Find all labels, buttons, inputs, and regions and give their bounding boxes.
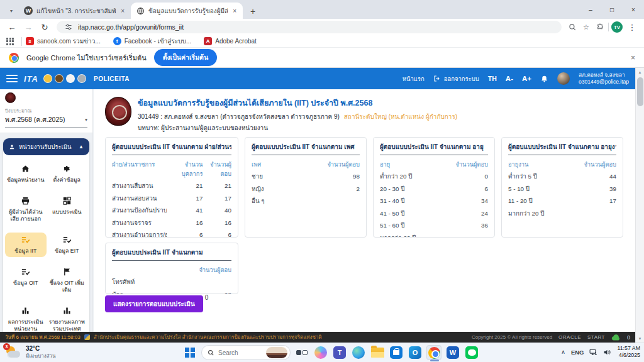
column-header: ฝ่าย/ส่วนราชการ <box>112 160 167 178</box>
station-level-badge: สถานีระดับใหญ่ (หน.ตำแหน่ง ผู้กำกับการ) <box>344 113 457 120</box>
sidebar-section-agency[interactable]: หน่วยงานรับประเมิน ▲ <box>3 138 89 155</box>
new-tab-button[interactable]: + <box>245 4 260 19</box>
sidebar-item-eit-data[interactable]: ข้อมูล EIT <box>47 233 88 257</box>
table-card-channel: ผู้ตอบแบบประเมิน IIT จำแนกตาม จำนวนผู้ตอ… <box>105 243 238 294</box>
logout-link[interactable]: ออกจากระบบ <box>433 74 479 84</box>
infobar-text: Google Chrome ไม่ใช่เบราว์เซอร์เริ่มต้น <box>26 52 147 63</box>
scroll-down-arrow[interactable]: ▼ <box>636 334 644 343</box>
org-text: 301449 : สภ.คอหงส์ จ.สงขลา (ตำรวจภูธรจัง… <box>138 113 340 120</box>
column-header: จำนวนผู้ตอบ <box>440 160 488 169</box>
address-bar[interactable]: itap.nacc.go.th/app/govunit/forms_iit <box>57 21 562 33</box>
zoom-icon[interactable] <box>567 21 578 33</box>
site-footer: วันที่ 6 เมษายน พ.ศ.2568 11:58:03 สำนักป… <box>0 332 635 343</box>
reload-button[interactable]: ↻ <box>38 20 52 34</box>
table-cell: 34 <box>440 195 488 207</box>
file-explorer-button[interactable] <box>370 345 385 360</box>
outlook-icon: O <box>409 346 421 359</box>
sidebar-item-iit-data[interactable]: ข้อมูล IIT <box>5 233 47 257</box>
emblem-icon <box>66 74 75 83</box>
table-cell: โทรศัพท์ <box>112 276 178 288</box>
close-window-button[interactable]: × <box>623 6 644 13</box>
table-row: อื่น ๆ <box>252 195 360 207</box>
bookmark-sanook[interactable]: s sanook.com รวมข่าว... <box>26 36 101 46</box>
table-row: บัตร98 <box>112 288 231 295</box>
sidebar-item-assessment-forms[interactable]: แบบประเมิน <box>47 194 88 225</box>
extensions-icon[interactable] <box>594 21 606 33</box>
home-link[interactable]: หน้าแรก <box>402 74 425 84</box>
language-toggle[interactable]: TH <box>488 75 497 82</box>
table-body: ต่ำกว่า 20 ปี020 - 30 ปี631 - 40 ปี3441 … <box>380 170 488 238</box>
weather-widget[interactable]: 3 32°C มีเมฆบางส่วน <box>5 345 56 360</box>
table-cell: 40 <box>203 204 231 217</box>
table-cell: บัตร <box>112 288 178 295</box>
search-input[interactable] <box>218 349 262 356</box>
globe-icon <box>136 6 145 15</box>
checklist-icon <box>21 267 30 277</box>
user-info: สภ.คอหงส์ จ.สงขลา o301449@police.itap <box>579 72 629 85</box>
browser-menu-icon[interactable]: ⋮ <box>625 20 639 34</box>
tab-close-icon[interactable]: × <box>119 8 126 14</box>
sidebar-item-agency-results[interactable]: ผลการประเมิน หน่วยงาน <box>5 304 47 335</box>
microsoft-store-button[interactable] <box>389 345 404 360</box>
start-button[interactable] <box>182 345 197 360</box>
back-button[interactable]: ← <box>5 20 19 34</box>
site-settings-icon[interactable] <box>63 21 74 33</box>
table-title: ผู้ตอบแบบประเมิน IIT จำแนกตาม อายุ <box>380 142 488 155</box>
search-icon <box>208 349 214 356</box>
bookmark-acrobat[interactable]: A Adobe Acrobat <box>204 37 257 45</box>
sidebar-item-settings[interactable]: ตั้งค่าข้อมูล <box>47 162 88 186</box>
vertical-scrollbar[interactable]: ▲ ▼ <box>635 68 644 343</box>
show-responses-button[interactable]: แสดงรายการตอบแบบประเมิน <box>105 295 203 312</box>
browser-tab-inactive[interactable]: W แก้ไขหน้า "3. การประชาสัมพันธ์ข้อ... × <box>19 3 131 19</box>
font-increase-button[interactable]: A+ <box>522 75 531 82</box>
teams-button[interactable]: T <box>332 345 347 360</box>
sidebar-item-external-stakeholders[interactable]: ผู้มีส่วนได้ส่วนเสีย ภายนอก <box>5 194 47 225</box>
tab-close-icon[interactable]: × <box>231 8 238 14</box>
network-icon[interactable] <box>589 349 597 356</box>
table-cell: อื่น ๆ <box>252 195 311 207</box>
chrome-icon <box>9 53 19 63</box>
set-default-button[interactable]: ตั้งเป็นค่าเริ่มต้น <box>154 49 217 66</box>
sidebar-nav-card: หน่วยงานรับประเมิน ▲ ข้อมูลหน่วยงาน ตั้ง… <box>3 138 89 340</box>
sidebar-item-oit-data[interactable]: ข้อมูล OIT <box>5 265 47 296</box>
apps-grid-icon[interactable] <box>6 38 14 45</box>
scrollbar-thumb[interactable] <box>637 77 643 106</box>
line-button[interactable] <box>464 345 479 360</box>
volume-icon[interactable] <box>603 349 611 356</box>
hamburger-menu-icon[interactable] <box>6 75 18 82</box>
notifications-bell[interactable] <box>540 75 548 83</box>
bookmark-star-icon[interactable]: ☆ <box>580 21 592 33</box>
copilot-button[interactable] <box>313 345 328 360</box>
sidebar-item-oit-clarification[interactable]: ชี้แจง OIT เพิ่มเติม <box>47 265 88 296</box>
infobar-close-icon[interactable]: × <box>631 53 635 62</box>
bookmark-facebook[interactable]: f Facebook - เข้าสู่ระบบ... <box>113 36 192 46</box>
sidebar-item-agency-info[interactable]: ข้อมูลหน่วยงาน <box>5 162 47 186</box>
sidebar-item-national-report[interactable]: รายงานผลภาพ รวมประเทศ <box>47 304 88 335</box>
forward-button[interactable]: → <box>21 20 35 34</box>
acrobat-icon: A <box>204 37 212 45</box>
scroll-up-arrow[interactable]: ▲ <box>636 68 644 76</box>
org-line: 301449 : สภ.คอหงส์ จ.สงขลา (ตำรวจภูธรจัง… <box>138 112 457 121</box>
user-avatar[interactable] <box>557 72 570 85</box>
taskbar-clock[interactable]: 11:57 AM 4/6/2025 <box>617 345 640 359</box>
chrome-taskbar-button[interactable] <box>426 345 441 360</box>
table-cell: 17 <box>568 195 616 207</box>
tray-chevron-icon[interactable]: ∧ <box>561 349 565 355</box>
window-controls: – □ × <box>580 0 644 19</box>
word-button[interactable]: W <box>445 345 460 360</box>
language-indicator[interactable]: ENG <box>571 349 584 356</box>
outlook-button[interactable]: O <box>408 345 423 360</box>
line-icon <box>465 346 478 359</box>
font-decrease-button[interactable]: A- <box>506 75 513 82</box>
browser-profile-avatar[interactable]: TV <box>611 21 623 33</box>
year-select[interactable]: พ.ศ.2568 (ค.ศ.2025) ▾ <box>5 114 87 128</box>
table-title: ผู้ตอบแบบประเมิน IIT จำแนกตาม ฝ่าย/ส่วนร… <box>112 142 231 155</box>
taskbar-search[interactable] <box>201 345 291 360</box>
divider <box>608 23 609 31</box>
maximize-button[interactable]: □ <box>601 6 623 13</box>
task-view-button[interactable] <box>294 345 309 360</box>
tab-search-icon[interactable]: ▾ <box>4 3 19 19</box>
minimize-button[interactable]: – <box>580 6 601 13</box>
edge-button[interactable] <box>351 345 366 360</box>
browser-tab-active[interactable]: ข้อมูลแบบวัดการรับรู้ของผู้มีส่วนได้เสี.… <box>131 3 243 19</box>
